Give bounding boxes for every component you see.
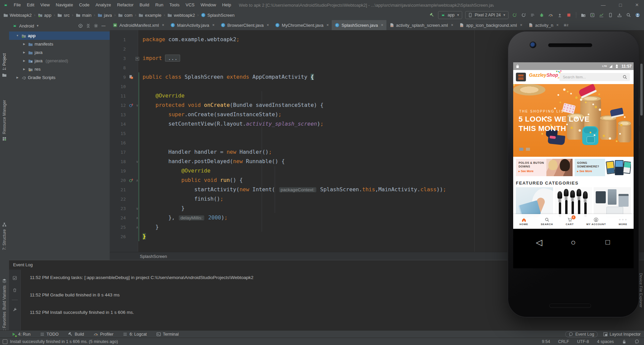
nav-item-my-account[interactable]: MY ACCOUNT	[586, 217, 606, 226]
run-config-dropdown[interactable]: app▼	[438, 11, 462, 19]
hidden-tabs-button[interactable]: ≡2	[564, 20, 568, 30]
toolwindow-button-profiler[interactable]: Profiler	[94, 332, 114, 337]
run-icon[interactable]	[512, 12, 518, 18]
file-encoding[interactable]: UTF-8	[577, 339, 589, 344]
fold-marker[interactable]: ∨	[135, 104, 140, 107]
notifications-icon[interactable]	[635, 339, 639, 344]
indent-setting[interactable]: 4 spaces	[597, 339, 614, 344]
editor-scrollbar[interactable]	[640, 64, 643, 116]
event-log-title[interactable]: Event Log	[13, 262, 33, 267]
maximize-button[interactable]: □	[619, 2, 622, 8]
promo-card-2[interactable]: GOINGSOMEWHERE?See More	[575, 159, 631, 176]
menu-help[interactable]: Help	[219, 0, 234, 10]
tab-mainactivity-java[interactable]: CMainActivity.java×	[167, 20, 218, 30]
promo-card-1[interactable]: POLOS & BUTONDOWNSSee More	[516, 159, 573, 176]
tab-activity-n[interactable]: <>activity_n×	[525, 20, 561, 30]
tree-arrow-icon[interactable]: ▼	[15, 34, 20, 37]
tree-item-java[interactable]: ▶java	[9, 48, 110, 57]
tool-tab-1-project[interactable]: 1: Project	[2, 53, 7, 77]
promo-see-more-link[interactable]: See More	[519, 169, 533, 173]
tab-splashscreen-java[interactable]: CSplashScreen.java×	[332, 20, 386, 30]
tab-close-icon[interactable]: ×	[162, 23, 164, 27]
status-message[interactable]: Install successfully finished in 1 s 606…	[10, 339, 118, 344]
tab-androidmanifest-xml[interactable]: MAndroidManifest.xml×	[110, 20, 167, 30]
tree-item-app[interactable]: ▼app	[9, 31, 110, 40]
fold-marker[interactable]: ∨	[135, 160, 140, 163]
close-button[interactable]: ×	[635, 2, 639, 8]
locate-file-icon[interactable]	[77, 23, 83, 29]
analyze-apk-icon[interactable]	[598, 12, 604, 18]
nav-item-cart[interactable]: 2CART	[566, 217, 574, 226]
tab-close-icon[interactable]: ×	[326, 23, 329, 27]
breadcrumb-webtoapk2[interactable]: webtoapk2	[167, 13, 196, 18]
apply-changes-icon[interactable]	[521, 12, 527, 18]
line-separator[interactable]: CRLF	[558, 339, 569, 344]
tab-close-icon[interactable]: ×	[556, 23, 558, 27]
menu-hamburger-button[interactable]	[516, 73, 526, 81]
sdk-manager-icon[interactable]	[616, 12, 623, 18]
tab-close-icon[interactable]: ×	[267, 23, 269, 27]
menu-navigate[interactable]: Navigate	[53, 0, 76, 10]
readonly-lock-icon[interactable]	[622, 339, 627, 344]
app-logo[interactable]: GazzleyShop .com	[529, 72, 558, 78]
profile-avatar-icon[interactable]	[635, 12, 641, 18]
avd-manager-icon[interactable]	[589, 12, 595, 18]
tree-arrow-icon[interactable]: ▶	[15, 76, 20, 79]
fold-marker[interactable]: ∨	[135, 207, 140, 210]
menu-run[interactable]: Run	[152, 0, 166, 10]
tool-tab-resource-manager[interactable]: Resource Manager	[2, 100, 7, 141]
breadcrumb-app[interactable]: app	[37, 13, 52, 18]
breadcrumb-splashscreen[interactable]: CSplashScreen	[200, 13, 235, 18]
tab-mychromeclient-java[interactable]: CMyChromeClient.java×	[272, 20, 332, 30]
device-dropdown[interactable]: Pixel 2 API 24▼	[465, 11, 508, 19]
collapse-all-icon[interactable]	[85, 23, 91, 29]
editor-breadcrumb[interactable]: SplashScreen	[140, 254, 167, 259]
promo-see-more-link[interactable]: See More	[577, 169, 592, 173]
toolwindow-button-4-run[interactable]: 4: Run	[11, 332, 31, 337]
minimize-button[interactable]: —	[601, 2, 606, 8]
menu-vcs[interactable]: VCS	[182, 0, 198, 10]
breadcrumb-example[interactable]: example	[138, 13, 162, 18]
menu-build[interactable]: Build	[137, 0, 152, 10]
search-icon[interactable]	[623, 75, 627, 79]
nav-item-search[interactable]: SEARCH	[541, 217, 553, 226]
build-hammer-icon[interactable]	[429, 12, 435, 18]
home-button[interactable]: ○	[571, 237, 576, 247]
menu-window[interactable]: Window	[198, 0, 219, 10]
hero-banner-carousel[interactable]: THE SHOPPING LIST 5 LOOKS WE LOVE THIS M…	[513, 84, 634, 157]
ovr-b-gutter-icon[interactable]	[128, 103, 135, 108]
fold-marker[interactable]: +	[135, 56, 140, 61]
carousel-indicators[interactable]	[519, 148, 530, 151]
nav-item-home[interactable]: HOME	[520, 217, 528, 226]
breadcrumb-webtoapk2[interactable]: Webtoapk2	[3, 13, 33, 18]
tab-close-icon[interactable]: ×	[520, 23, 522, 27]
tab-close-icon[interactable]: ×	[381, 23, 383, 27]
breadcrumb-java[interactable]: java	[97, 13, 113, 18]
toolwindow-button-todo[interactable]: TODO	[40, 332, 59, 337]
nav-item-more[interactable]: ○ ○ ○MORE	[619, 217, 627, 226]
device-file-explorer-icon[interactable]	[580, 12, 586, 18]
tree-arrow-icon[interactable]: ▶	[22, 43, 26, 46]
tool-tab-build-variants[interactable]: Build Variants	[2, 278, 7, 310]
panel-settings-gear-icon[interactable]	[93, 23, 99, 29]
debug-icon[interactable]	[539, 12, 545, 18]
apply-code-changes-icon[interactable]	[530, 12, 536, 18]
toolwindow-button-terminal[interactable]: Terminal	[156, 332, 179, 337]
device-file-explorer-tab[interactable]: Device File Explorer	[639, 273, 643, 307]
menu-file[interactable]: File	[11, 0, 24, 10]
tree-item-manifests[interactable]: ▶manifests	[9, 40, 110, 48]
tab-app-icon-background-xml[interactable]: <>app_icon_background.xml×	[456, 20, 525, 30]
fold-marker[interactable]: ∧	[135, 179, 140, 182]
breadcrumb-main[interactable]: main	[75, 13, 92, 18]
tab-browserclient-java[interactable]: CBrowserClient.java×	[218, 20, 272, 30]
breadcrumb-src[interactable]: src	[57, 13, 70, 18]
stop-icon[interactable]	[566, 12, 572, 18]
menu-edit[interactable]: Edit	[24, 0, 37, 10]
tree-arrow-icon[interactable]: ▶	[22, 68, 26, 71]
search-everywhere-icon[interactable]	[626, 12, 632, 18]
event-log-settings-icon[interactable]	[12, 307, 17, 312]
recents-button[interactable]: □	[605, 238, 610, 247]
toolwindow-button-event-log[interactable]: Event Log	[565, 331, 597, 337]
toolwindow-button-6-logcat[interactable]: 6: Logcat	[123, 332, 147, 337]
ovr-g-gutter-icon[interactable]	[128, 178, 135, 183]
